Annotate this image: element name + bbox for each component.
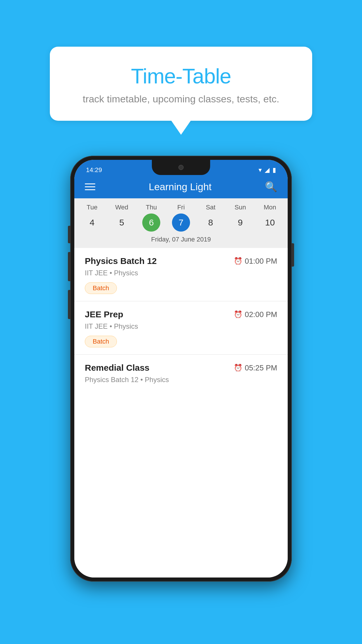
schedule-list: Physics Batch 12 ⏰ 01:00 PM IIT JEE • Ph… xyxy=(74,248,288,578)
status-time: 14:29 xyxy=(86,166,102,174)
schedule-item-remedial-class[interactable]: Remedial Class ⏰ 05:25 PM Physics Batch … xyxy=(74,355,288,396)
wifi-icon: ▾ xyxy=(259,166,262,174)
battery-icon: ▮ xyxy=(273,166,276,174)
day-header-fri: Fri xyxy=(166,204,196,211)
phone-frame: 14:29 ▾ ◢ ▮ Learning Light 🔍 xyxy=(70,156,292,582)
day-header-sun: Sun xyxy=(226,204,255,211)
day-header-wed: Wed xyxy=(107,204,137,211)
schedule-item-header-3: Remedial Class ⏰ 05:25 PM xyxy=(85,363,277,373)
schedule-item-time-2: ⏰ 02:00 PM xyxy=(234,310,277,319)
schedule-item-subtitle-2: IIT JEE • Physics xyxy=(85,322,277,330)
day-headers: Tue Wed Thu Fri Sat Sun Mon xyxy=(77,204,285,211)
date-5[interactable]: 5 xyxy=(113,214,131,232)
clock-icon-1: ⏰ xyxy=(234,257,242,265)
schedule-item-time-value-3: 05:25 PM xyxy=(245,363,277,372)
day-header-mon: Mon xyxy=(255,204,285,211)
volume-up-button xyxy=(68,226,70,243)
schedule-item-title-2: JEE Prep xyxy=(85,309,123,319)
power-button xyxy=(292,243,294,267)
day-header-thu: Thu xyxy=(136,204,166,211)
schedule-item-subtitle-3: Physics Batch 12 • Physics xyxy=(85,376,277,384)
app-title: Learning Light xyxy=(149,181,212,192)
app-bar: Learning Light 🔍 xyxy=(74,176,288,198)
speech-bubble-card: Time-Table track timetable, upcoming cla… xyxy=(50,47,312,121)
schedule-item-time-value-2: 02:00 PM xyxy=(245,310,277,319)
schedule-item-title-1: Physics Batch 12 xyxy=(85,256,157,266)
schedule-item-title-3: Remedial Class xyxy=(85,363,150,373)
date-7-selected[interactable]: 7 xyxy=(172,214,190,232)
batch-tag-2: Batch xyxy=(85,336,117,347)
schedule-item-header-2: JEE Prep ⏰ 02:00 PM xyxy=(85,309,277,319)
schedule-item-time-3: ⏰ 05:25 PM xyxy=(234,363,277,372)
silent-button xyxy=(68,290,70,319)
schedule-item-physics-batch-12[interactable]: Physics Batch 12 ⏰ 01:00 PM IIT JEE • Ph… xyxy=(74,248,288,301)
selected-date-label: Friday, 07 June 2019 xyxy=(77,236,285,246)
schedule-item-header-1: Physics Batch 12 ⏰ 01:00 PM xyxy=(85,256,277,266)
calendar-strip: Tue Wed Thu Fri Sat Sun Mon 4 5 6 7 8 9 … xyxy=(74,198,288,248)
clock-icon-3: ⏰ xyxy=(234,364,242,372)
schedule-item-time-1: ⏰ 01:00 PM xyxy=(234,257,277,266)
date-10[interactable]: 10 xyxy=(261,214,279,232)
schedule-item-jee-prep[interactable]: JEE Prep ⏰ 02:00 PM IIT JEE • Physics Ba… xyxy=(74,301,288,355)
clock-icon-2: ⏰ xyxy=(234,310,242,318)
day-numbers: 4 5 6 7 8 9 10 xyxy=(77,214,285,232)
schedule-item-subtitle-1: IIT JEE • Physics xyxy=(85,269,277,277)
volume-down-button xyxy=(68,252,70,281)
batch-tag-1: Batch xyxy=(85,282,117,294)
phone-notch xyxy=(152,160,210,175)
date-9[interactable]: 9 xyxy=(231,214,249,232)
status-icons: ▾ ◢ ▮ xyxy=(259,166,276,174)
phone-container: 14:29 ▾ ◢ ▮ Learning Light 🔍 xyxy=(70,156,292,582)
hamburger-menu-icon[interactable] xyxy=(85,183,95,190)
hamburger-line-1 xyxy=(85,183,95,184)
day-header-sat: Sat xyxy=(196,204,226,211)
bubble-title: Time-Table xyxy=(73,64,289,88)
phone-screen: 14:29 ▾ ◢ ▮ Learning Light 🔍 xyxy=(74,160,288,578)
signal-icon: ◢ xyxy=(265,166,270,174)
schedule-item-time-value-1: 01:00 PM xyxy=(245,257,277,266)
hamburger-line-3 xyxy=(85,189,95,190)
day-header-tue: Tue xyxy=(77,204,107,211)
date-6-today[interactable]: 6 xyxy=(142,214,160,232)
search-icon[interactable]: 🔍 xyxy=(265,181,277,192)
hamburger-line-2 xyxy=(85,186,95,187)
speech-bubble-section: Time-Table track timetable, upcoming cla… xyxy=(50,47,312,121)
bubble-subtitle: track timetable, upcoming classes, tests… xyxy=(73,93,289,105)
phone-camera xyxy=(178,165,184,170)
date-8[interactable]: 8 xyxy=(202,214,220,232)
date-4[interactable]: 4 xyxy=(83,214,101,232)
